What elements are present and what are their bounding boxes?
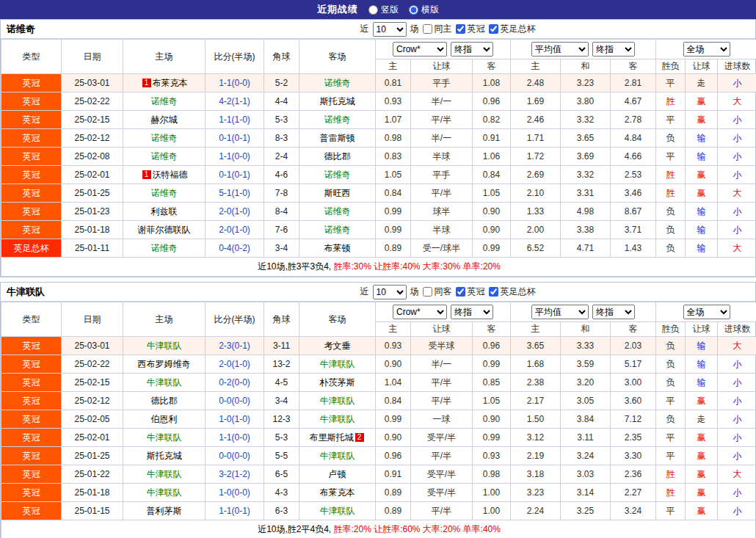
match-type-cell[interactable]: 英冠 [1,374,62,392]
same-away-filter[interactable]: 同客 [423,286,452,298]
away-team-cell[interactable]: 诺维奇 [299,203,376,221]
match-type-cell[interactable]: 英冠 [1,447,62,465]
asian-final-odds-select[interactable]: 终指 [451,42,493,57]
score-cell[interactable]: 1-1(0-0) [206,148,264,166]
fa-cup-filter[interactable]: 英足总杯 [489,286,536,298]
score-cell[interactable]: 1-1(1-0) [206,111,264,129]
fa-cup-checkbox[interactable] [489,24,498,34]
home-team-cell[interactable]: 西布罗姆维奇 [123,355,206,374]
score-cell[interactable]: 0-1(0-1) [206,166,264,184]
same-away-checkbox[interactable] [423,287,432,297]
score-cell[interactable]: 1-1(0-0) [206,74,264,92]
away-team-cell[interactable]: 卢顿 [299,465,376,484]
match-type-cell[interactable]: 英冠 [1,221,62,239]
match-type-cell[interactable]: 英冠 [1,410,62,429]
home-team-cell[interactable]: 德比郡 [123,392,206,410]
home-team-cell[interactable]: 1布莱克本 [123,74,206,92]
same-home-filter[interactable]: 同主 [423,23,452,35]
championship-checkbox[interactable] [456,24,465,34]
odds-company-select[interactable]: Crow* [393,42,447,57]
home-team-cell[interactable]: 1沃特福德 [123,166,206,184]
euro-final-odds-select[interactable]: 终指 [592,305,635,319]
home-team-cell[interactable]: 牛津联队 [123,484,206,502]
match-type-cell[interactable]: 英冠 [1,74,62,92]
score-cell[interactable]: 2-0(1-0) [206,203,264,221]
away-team-cell[interactable]: 牛津联队 [299,410,376,429]
match-type-cell[interactable]: 英冠 [1,484,62,502]
odds-company-select[interactable]: Crow* [393,305,447,319]
match-type-cell[interactable]: 英冠 [1,203,62,221]
score-cell[interactable]: 2-0(1-0) [206,355,264,374]
home-team-cell[interactable]: 谢菲尔德联队 [123,221,206,239]
score-cell[interactable]: 0-0(0-0) [206,447,264,465]
score-cell[interactable]: 5-1(1-0) [206,184,264,203]
away-team-cell[interactable]: 布里斯托城2 [299,429,376,447]
layout-vertical-option[interactable]: 竖版 [368,4,399,16]
score-cell[interactable]: 0-2(0-0) [206,374,264,392]
horizontal-layout-radio[interactable] [409,5,418,15]
score-cell[interactable]: 1-1(0-0) [206,429,264,447]
score-cell[interactable]: 3-2(1-2) [206,465,264,484]
away-team-cell[interactable]: 诺维奇 [299,166,376,184]
score-cell[interactable]: 2-3(0-1) [206,337,264,355]
match-type-cell[interactable]: 英冠 [1,129,62,148]
away-team-cell[interactable]: 斯托克城 [299,92,376,111]
euro-average-select[interactable]: 平均值 [531,305,589,319]
match-type-cell[interactable]: 英冠 [1,184,62,203]
away-team-cell[interactable]: 布莱顿 [299,239,376,258]
home-team-cell[interactable]: 诺维奇 [123,184,206,203]
score-cell[interactable]: 1-1(0-1) [206,502,264,520]
home-team-cell[interactable]: 诺维奇 [123,148,206,166]
away-team-cell[interactable]: 德比郡 [299,148,376,166]
away-team-cell[interactable]: 斯旺西 [299,184,376,203]
match-type-cell[interactable]: 英冠 [1,429,62,447]
away-team-cell[interactable]: 牛津联队 [299,447,376,465]
away-team-cell[interactable]: 朴茨茅斯 [299,374,376,392]
euro-final-odds-select[interactable]: 终指 [592,42,635,57]
home-team-cell[interactable]: 诺维奇 [123,129,206,148]
match-count-select[interactable]: 10 [373,22,407,37]
match-type-cell[interactable]: 英冠 [1,337,62,355]
away-team-cell[interactable]: 牛津联队 [299,502,376,520]
match-type-cell[interactable]: 英冠 [1,465,62,484]
home-team-cell[interactable]: 诺维奇 [123,92,206,111]
away-team-cell[interactable]: 诺维奇 [299,74,376,92]
score-cell[interactable]: 1-0(0-0) [206,484,264,502]
match-type-cell[interactable]: 英冠 [1,166,62,184]
match-type-cell[interactable]: 英足总杯 [1,239,62,258]
score-cell[interactable]: 2-0(1-0) [206,221,264,239]
home-team-cell[interactable]: 普利茅斯 [123,502,206,520]
match-type-cell[interactable]: 英冠 [1,355,62,374]
asian-final-odds-select[interactable]: 终指 [451,305,493,319]
match-count-select[interactable]: 10 [373,285,407,299]
away-team-cell[interactable]: 布莱克本 [299,484,376,502]
same-home-checkbox[interactable] [423,24,432,34]
home-team-cell[interactable]: 牛津联队 [123,337,206,355]
home-team-cell[interactable]: 伯恩利 [123,410,206,429]
score-cell[interactable]: 0-0(0-0) [206,392,264,410]
home-team-cell[interactable]: 牛津联队 [123,465,206,484]
match-type-cell[interactable]: 英冠 [1,111,62,129]
match-type-cell[interactable]: 英冠 [1,92,62,111]
home-team-cell[interactable]: 牛津联队 [123,374,206,392]
score-cell[interactable]: 4-2(1-1) [206,92,264,111]
score-cell[interactable]: 0-1(0-1) [206,129,264,148]
match-type-cell[interactable]: 英冠 [1,148,62,166]
away-team-cell[interactable]: 牛津联队 [299,392,376,410]
vertical-layout-radio[interactable] [368,5,378,15]
match-type-cell[interactable]: 英冠 [1,502,62,520]
away-team-cell[interactable]: 考文垂 [299,337,376,355]
fulltime-scope-select[interactable]: 全场 [683,42,730,57]
home-team-cell[interactable]: 诺维奇 [123,239,206,258]
fulltime-scope-select[interactable]: 全场 [683,305,730,319]
euro-average-select[interactable]: 平均值 [531,42,589,57]
score-cell[interactable]: 0-4(0-2) [206,239,264,258]
fa-cup-filter[interactable]: 英足总杯 [489,23,536,35]
home-team-cell[interactable]: 利兹联 [123,203,206,221]
away-team-cell[interactable]: 牛津联队 [299,355,376,374]
away-team-cell[interactable]: 诺维奇 [299,111,376,129]
fa-cup-checkbox[interactable] [489,287,498,297]
home-team-cell[interactable]: 牛津联队 [123,429,206,447]
layout-horizontal-option[interactable]: 横版 [409,4,439,16]
championship-filter[interactable]: 英冠 [456,23,485,35]
